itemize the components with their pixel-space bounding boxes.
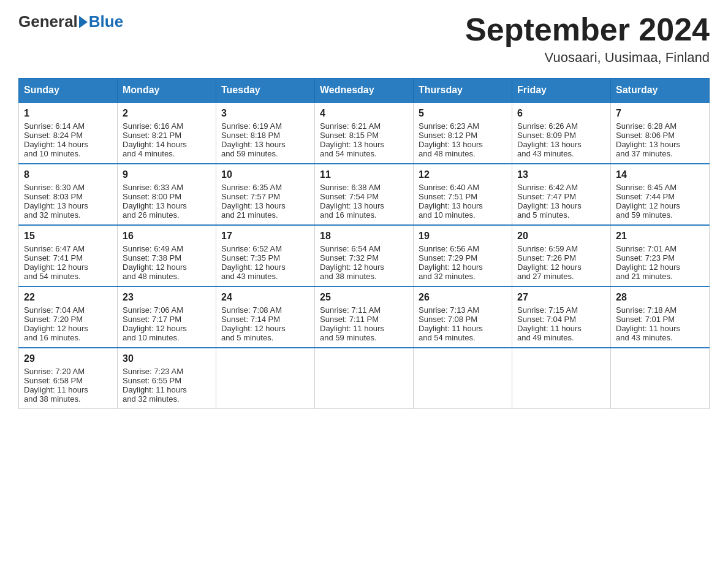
day-number: 30	[123, 353, 211, 364]
calendar-cell-day-21: 21Sunrise: 7:01 AMSunset: 7:23 PMDayligh…	[611, 225, 710, 286]
empty-cell	[611, 348, 710, 409]
day-number: 12	[419, 169, 507, 180]
day-number: 18	[320, 231, 408, 242]
location-subtitle: Vuosaari, Uusimaa, Finland	[465, 50, 710, 66]
cell-info: Sunrise: 6:52 AMSunset: 7:35 PMDaylight:…	[221, 244, 309, 281]
calendar-cell-day-29: 29Sunrise: 7:20 AMSunset: 6:58 PMDayligh…	[19, 348, 118, 409]
logo-blue-text: Blue	[89, 12, 123, 31]
calendar-cell-day-23: 23Sunrise: 7:06 AMSunset: 7:17 PMDayligh…	[118, 286, 216, 348]
calendar-cell-day-4: 4Sunrise: 6:21 AMSunset: 8:15 PMDaylight…	[315, 102, 414, 164]
day-number: 21	[616, 231, 704, 242]
cell-info: Sunrise: 6:56 AMSunset: 7:29 PMDaylight:…	[419, 244, 507, 281]
cell-info: Sunrise: 6:38 AMSunset: 7:54 PMDaylight:…	[320, 183, 408, 220]
day-number: 22	[24, 292, 112, 303]
col-header-friday: Friday	[512, 79, 611, 103]
day-number: 29	[24, 353, 112, 364]
calendar-header-row: SundayMondayTuesdayWednesdayThursdayFrid…	[19, 79, 710, 103]
cell-info: Sunrise: 6:33 AMSunset: 8:00 PMDaylight:…	[123, 183, 211, 220]
calendar-cell-day-12: 12Sunrise: 6:40 AMSunset: 7:51 PMDayligh…	[414, 164, 512, 225]
logo-arrow-icon	[79, 16, 88, 28]
day-number: 25	[320, 292, 408, 303]
calendar-cell-day-30: 30Sunrise: 7:23 AMSunset: 6:55 PMDayligh…	[118, 348, 216, 409]
calendar-cell-day-11: 11Sunrise: 6:38 AMSunset: 7:54 PMDayligh…	[315, 164, 414, 225]
cell-info: Sunrise: 6:26 AMSunset: 8:09 PMDaylight:…	[517, 121, 605, 158]
cell-info: Sunrise: 6:47 AMSunset: 7:41 PMDaylight:…	[24, 244, 112, 281]
calendar-cell-day-22: 22Sunrise: 7:04 AMSunset: 7:20 PMDayligh…	[19, 286, 118, 348]
cell-info: Sunrise: 7:23 AMSunset: 6:55 PMDaylight:…	[123, 367, 211, 404]
cell-info: Sunrise: 6:16 AMSunset: 8:21 PMDaylight:…	[123, 121, 211, 158]
day-number: 6	[517, 108, 605, 119]
day-number: 23	[123, 292, 211, 303]
calendar-cell-day-13: 13Sunrise: 6:42 AMSunset: 7:47 PMDayligh…	[512, 164, 611, 225]
cell-info: Sunrise: 6:42 AMSunset: 7:47 PMDaylight:…	[517, 183, 605, 220]
day-number: 2	[123, 108, 211, 119]
cell-info: Sunrise: 6:23 AMSunset: 8:12 PMDaylight:…	[419, 121, 507, 158]
col-header-thursday: Thursday	[414, 79, 512, 103]
day-number: 20	[517, 231, 605, 242]
cell-info: Sunrise: 7:04 AMSunset: 7:20 PMDaylight:…	[24, 305, 112, 342]
day-number: 15	[24, 231, 112, 242]
calendar-cell-day-14: 14Sunrise: 6:45 AMSunset: 7:44 PMDayligh…	[611, 164, 710, 225]
col-header-monday: Monday	[118, 79, 216, 103]
calendar-cell-day-15: 15Sunrise: 6:47 AMSunset: 7:41 PMDayligh…	[19, 225, 118, 286]
empty-cell	[315, 348, 414, 409]
day-number: 17	[221, 231, 309, 242]
calendar-cell-day-2: 2Sunrise: 6:16 AMSunset: 8:21 PMDaylight…	[118, 102, 216, 164]
day-number: 27	[517, 292, 605, 303]
calendar-week-row: 29Sunrise: 7:20 AMSunset: 6:58 PMDayligh…	[19, 348, 710, 409]
calendar-cell-day-24: 24Sunrise: 7:08 AMSunset: 7:14 PMDayligh…	[216, 286, 315, 348]
day-number: 26	[419, 292, 507, 303]
day-number: 16	[123, 231, 211, 242]
cell-info: Sunrise: 6:14 AMSunset: 8:24 PMDaylight:…	[24, 121, 112, 158]
cell-info: Sunrise: 6:30 AMSunset: 8:03 PMDaylight:…	[24, 183, 112, 220]
cell-info: Sunrise: 7:13 AMSunset: 7:08 PMDaylight:…	[419, 305, 507, 342]
calendar-cell-day-28: 28Sunrise: 7:18 AMSunset: 7:01 PMDayligh…	[611, 286, 710, 348]
cell-info: Sunrise: 6:49 AMSunset: 7:38 PMDaylight:…	[123, 244, 211, 281]
calendar-cell-day-7: 7Sunrise: 6:28 AMSunset: 8:06 PMDaylight…	[611, 102, 710, 164]
calendar-cell-day-16: 16Sunrise: 6:49 AMSunset: 7:38 PMDayligh…	[118, 225, 216, 286]
cell-info: Sunrise: 6:54 AMSunset: 7:32 PMDaylight:…	[320, 244, 408, 281]
cell-info: Sunrise: 6:21 AMSunset: 8:15 PMDaylight:…	[320, 121, 408, 158]
cell-info: Sunrise: 6:35 AMSunset: 7:57 PMDaylight:…	[221, 183, 309, 220]
cell-info: Sunrise: 7:15 AMSunset: 7:04 PMDaylight:…	[517, 305, 605, 342]
col-header-wednesday: Wednesday	[315, 79, 414, 103]
col-header-tuesday: Tuesday	[216, 79, 315, 103]
logo-general-text: General	[18, 12, 78, 31]
calendar-cell-day-9: 9Sunrise: 6:33 AMSunset: 8:00 PMDaylight…	[118, 164, 216, 225]
title-block: September 2024 Vuosaari, Uusimaa, Finlan…	[465, 12, 710, 66]
cell-info: Sunrise: 7:08 AMSunset: 7:14 PMDaylight:…	[221, 305, 309, 342]
calendar-cell-day-17: 17Sunrise: 6:52 AMSunset: 7:35 PMDayligh…	[216, 225, 315, 286]
day-number: 9	[123, 169, 211, 180]
calendar-table: SundayMondayTuesdayWednesdayThursdayFrid…	[18, 78, 710, 409]
calendar-week-row: 15Sunrise: 6:47 AMSunset: 7:41 PMDayligh…	[19, 225, 710, 286]
calendar-cell-day-20: 20Sunrise: 6:59 AMSunset: 7:26 PMDayligh…	[512, 225, 611, 286]
day-number: 8	[24, 169, 112, 180]
day-number: 13	[517, 169, 605, 180]
empty-cell	[512, 348, 611, 409]
calendar-cell-day-18: 18Sunrise: 6:54 AMSunset: 7:32 PMDayligh…	[315, 225, 414, 286]
cell-info: Sunrise: 7:20 AMSunset: 6:58 PMDaylight:…	[24, 367, 112, 404]
calendar-cell-day-1: 1Sunrise: 6:14 AMSunset: 8:24 PMDaylight…	[19, 102, 118, 164]
day-number: 7	[616, 108, 704, 119]
day-number: 1	[24, 108, 112, 119]
day-number: 4	[320, 108, 408, 119]
empty-cell	[414, 348, 512, 409]
day-number: 28	[616, 292, 704, 303]
cell-info: Sunrise: 7:18 AMSunset: 7:01 PMDaylight:…	[616, 305, 704, 342]
day-number: 11	[320, 169, 408, 180]
calendar-cell-day-26: 26Sunrise: 7:13 AMSunset: 7:08 PMDayligh…	[414, 286, 512, 348]
month-title: September 2024	[465, 12, 710, 47]
calendar-cell-day-19: 19Sunrise: 6:56 AMSunset: 7:29 PMDayligh…	[414, 225, 512, 286]
calendar-cell-day-6: 6Sunrise: 6:26 AMSunset: 8:09 PMDaylight…	[512, 102, 611, 164]
calendar-cell-day-10: 10Sunrise: 6:35 AMSunset: 7:57 PMDayligh…	[216, 164, 315, 225]
cell-info: Sunrise: 7:06 AMSunset: 7:17 PMDaylight:…	[123, 305, 211, 342]
calendar-week-row: 8Sunrise: 6:30 AMSunset: 8:03 PMDaylight…	[19, 164, 710, 225]
logo: General Blue	[18, 12, 123, 31]
day-number: 24	[221, 292, 309, 303]
cell-info: Sunrise: 6:40 AMSunset: 7:51 PMDaylight:…	[419, 183, 507, 220]
calendar-cell-day-27: 27Sunrise: 7:15 AMSunset: 7:04 PMDayligh…	[512, 286, 611, 348]
page-header: General Blue September 2024 Vuosaari, Uu…	[18, 12, 710, 66]
col-header-saturday: Saturday	[611, 79, 710, 103]
cell-info: Sunrise: 7:01 AMSunset: 7:23 PMDaylight:…	[616, 244, 704, 281]
day-number: 19	[419, 231, 507, 242]
